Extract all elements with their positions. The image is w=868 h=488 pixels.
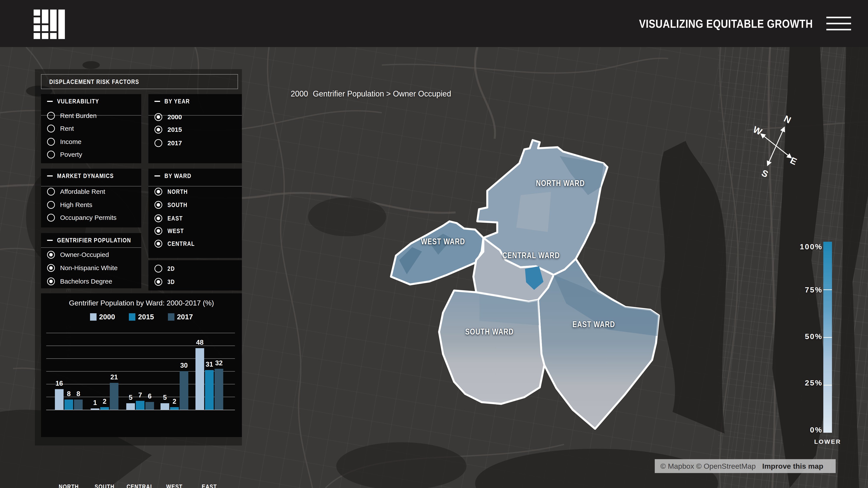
option-rent-burden[interactable]: Rent Burden	[47, 112, 97, 120]
breadcrumb-year: 2000	[291, 89, 308, 98]
compass-control[interactable]: N W E S	[748, 102, 809, 180]
radio-icon[interactable]	[47, 188, 55, 196]
map-ward-label-east: EAST WARD	[572, 320, 615, 329]
breadcrumb: 2000 Gentrifier Population > Owner Occup…	[291, 89, 451, 98]
radio-icon[interactable]	[47, 201, 55, 209]
section-market-dynamics: MARKET DYNAMICS Affordable Rent High Ren…	[41, 169, 141, 227]
option-non-hispanic-white[interactable]: Non-Hispanic White	[47, 264, 118, 272]
scale-label-75: 75%	[779, 286, 823, 294]
chart-bar: 5	[126, 403, 135, 410]
option-year-2000[interactable]: 2000	[154, 113, 182, 121]
section-header-by-year[interactable]: BY YEAR	[154, 98, 196, 105]
scale-footer-label: LOWER	[814, 438, 841, 445]
section-vulnerability: VULERABILITY Rent Burden Rent Income Pov…	[41, 94, 141, 163]
option-ward-north[interactable]: NORTH	[154, 188, 193, 196]
radio-icon[interactable]	[154, 188, 162, 196]
legend-item-2017: 2017	[168, 313, 193, 321]
option-ward-east[interactable]: EAST	[154, 215, 187, 222]
radio-icon[interactable]	[47, 264, 55, 272]
option-ward-central[interactable]: CENTRAL	[154, 240, 202, 248]
option-income[interactable]: Income	[47, 138, 81, 146]
app-root: WEST EAST CENTRAL SOUTH	[0, 0, 868, 488]
section-header-by-ward[interactable]: BY WARD	[154, 172, 198, 180]
radio-icon[interactable]	[154, 227, 162, 235]
hamburger-menu-icon[interactable]	[826, 17, 851, 30]
radio-icon[interactable]	[47, 214, 55, 222]
radio-icon[interactable]	[154, 265, 162, 272]
section-header-market-dynamics[interactable]: MARKET DYNAMICS	[47, 172, 128, 180]
attribution-copyright: © Mapbox © OpenStreetMap	[660, 462, 755, 470]
radio-icon[interactable]	[47, 125, 55, 132]
chart-bar: 8	[74, 399, 83, 410]
radio-icon[interactable]	[154, 126, 162, 134]
bar-group-north: 16 8 8	[55, 389, 83, 410]
scale-label-25: 25%	[779, 379, 823, 387]
improve-this-map-link[interactable]: Improve this map	[762, 462, 823, 470]
radio-icon[interactable]	[154, 139, 162, 147]
radio-icon[interactable]	[47, 112, 55, 120]
bar-group-west: 5 2 30	[160, 371, 188, 410]
option-ward-west[interactable]: WEST	[154, 227, 188, 235]
option-2d[interactable]: 2D	[154, 265, 177, 272]
option-3d[interactable]: 3D	[154, 278, 177, 286]
panel-title: DISPLACEMENT RISK FACTORS	[41, 74, 238, 89]
x-axis-label-north: NORTH	[56, 483, 81, 488]
radio-icon[interactable]	[154, 240, 162, 248]
chart-bar: 2	[170, 407, 179, 410]
scale-tick	[823, 385, 832, 386]
chart-bar: 5	[160, 403, 169, 410]
map-ward-label-north: NORTH WARD	[536, 178, 585, 188]
chart-bar: 48	[195, 348, 204, 410]
divider	[41, 186, 141, 187]
axis-baseline	[46, 410, 235, 410]
divider	[41, 247, 141, 248]
ward-choropleth-map[interactable]	[386, 130, 668, 440]
scale-label-50: 50%	[779, 332, 823, 341]
option-owner-occupied[interactable]: Owner-Occupied	[47, 251, 109, 259]
radio-icon[interactable]	[47, 251, 55, 259]
bar-group-central: 5 7 6	[126, 401, 154, 410]
section-by-year: BY YEAR 2000 2015 2017	[148, 94, 242, 163]
chart-bar: 16	[55, 389, 64, 410]
option-occupancy-permits[interactable]: Occupancy Permits	[47, 214, 117, 222]
map-ward-label-south: SOUTH WARD	[465, 327, 514, 336]
option-year-2015[interactable]: 2015	[154, 126, 182, 134]
radio-icon[interactable]	[47, 138, 55, 146]
minus-icon	[154, 101, 160, 102]
section-dimension-toggle: 2D 3D	[148, 260, 242, 291]
option-year-2017[interactable]: 2017	[154, 139, 182, 147]
option-bachelors-degree[interactable]: Bachelors Degree	[47, 278, 112, 285]
bar-group-east: 48 31 32	[195, 348, 223, 410]
option-poverty[interactable]: Poverty	[47, 151, 82, 159]
map-ward-label-west: WEST WARD	[421, 237, 465, 246]
option-high-rents[interactable]: High Rents	[47, 201, 92, 209]
choropleth-scale-legend: 100% 75% 50% 25% 0% LOWER	[798, 236, 863, 457]
chart-bar: 2	[100, 407, 109, 410]
map-attribution: © Mapbox © OpenStreetMap Improve this ma…	[655, 459, 836, 473]
radio-icon[interactable]	[154, 201, 162, 209]
section-header-vulnerability[interactable]: VULERABILITY	[47, 98, 110, 105]
gridline	[46, 333, 235, 333]
option-affordable-rent[interactable]: Affordable Rent	[47, 188, 105, 196]
breadcrumb-path: Gentrifier Population > Owner Occupied	[313, 89, 451, 98]
scale-tick	[823, 289, 832, 290]
scale-label-100: 100%	[779, 242, 823, 251]
gridline	[46, 346, 235, 346]
radio-icon[interactable]	[154, 215, 162, 222]
chart-title: Gentrifier Population by Ward: 2000-2017…	[41, 299, 242, 307]
option-ward-south[interactable]: SOUTH	[154, 201, 192, 209]
app-header: VISUALIZING EQUITABLE GROWTH	[0, 0, 868, 47]
section-gentrifier-population: GENTRIFIER POPULATION Owner-Occupied Non…	[41, 233, 141, 288]
x-axis-label-central: CENTRAL	[124, 483, 157, 488]
radio-icon[interactable]	[154, 278, 162, 286]
chart-bar: 21	[110, 383, 119, 410]
option-rent[interactable]: Rent	[47, 125, 74, 132]
compass-n-label: N	[782, 113, 793, 125]
compass-s-label: S	[760, 168, 770, 179]
radio-icon[interactable]	[47, 278, 55, 285]
section-header-gentrifier-population[interactable]: GENTRIFIER POPULATION	[47, 236, 150, 244]
divider	[148, 186, 242, 187]
radio-icon[interactable]	[154, 113, 162, 121]
radio-icon[interactable]	[47, 151, 55, 159]
legend-swatch-2000	[90, 313, 97, 321]
